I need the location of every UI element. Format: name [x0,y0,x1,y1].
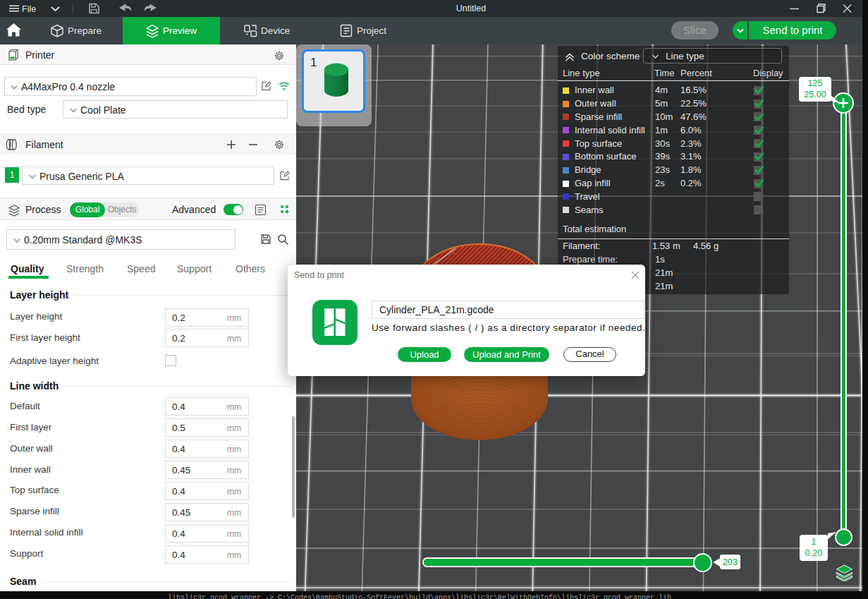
svg-text:File: File [22,4,36,14]
